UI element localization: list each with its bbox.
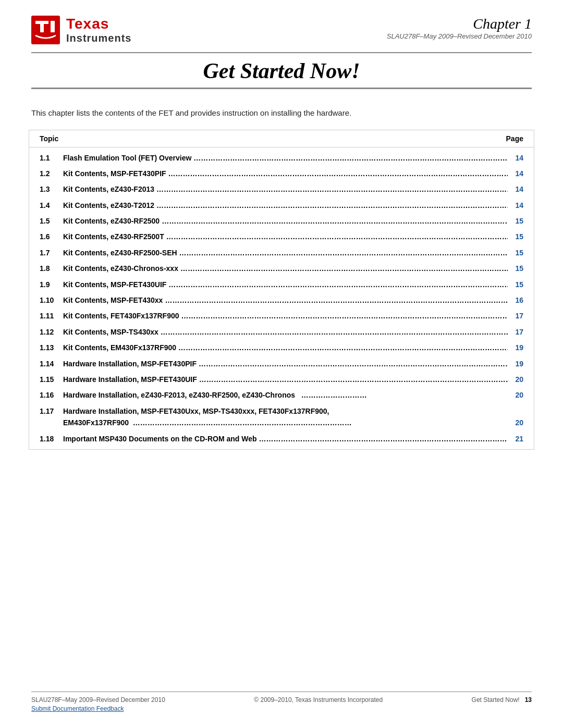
toc-num: 1.17 <box>40 405 63 417</box>
toc-page: 16 <box>508 294 523 306</box>
toc-num: 1.18 <box>40 433 63 445</box>
toc-num: 1.11 <box>40 310 63 322</box>
toc-num: 1.14 <box>40 358 63 369</box>
toc-page: 14 <box>508 152 523 164</box>
toc-title: Kit Contents, MSP-FET430xx <box>63 294 163 306</box>
toc-dots: …………………………………………………………………………………………………………… <box>168 168 508 179</box>
toc-page: 15 <box>508 263 523 274</box>
list-item: 1.11 Kit Contents, FET430Fx137RF900 …………… <box>29 308 534 324</box>
toc-dots: …………………………………………………………………………………………………………… <box>259 433 508 445</box>
toc-header-row: Topic Page <box>29 130 534 147</box>
toc-title: Kit Contents, FET430Fx137RF900 <box>63 310 179 322</box>
toc-container: Topic Page 1.1 Flash Emulation Tool (FET… <box>29 130 534 450</box>
toc-dots: …………………………………………………………………………………………………………… <box>199 358 508 369</box>
list-item: 1.4 Kit Contents, eZ430-T2012 …………………………… <box>29 198 534 213</box>
toc-title: Kit Contents, eZ430-RF2500-SEH <box>63 247 177 258</box>
submit-feedback-link[interactable]: Submit Documentation Feedback <box>31 705 165 712</box>
toc-title: Kit Contents, MSP-FET430PIF <box>63 168 166 179</box>
toc-num: 1.2 <box>40 168 63 179</box>
toc-num: 1.7 <box>40 247 63 258</box>
logo-instruments: Instruments <box>66 32 131 44</box>
toc-title: Kit Contents, eZ430-T2012 <box>63 200 154 211</box>
toc-dots: …………………………………………………………………………………………………………… <box>180 263 508 274</box>
toc-title: Kit Contents, MSP-TS430xx <box>63 326 158 338</box>
list-item: 1.12 Kit Contents, MSP-TS430xx ………………………… <box>29 324 534 340</box>
toc-dots: …………………………………………………………………………………………………………… <box>161 326 508 338</box>
footer-content: SLAU278F–May 2009–Revised December 2010 … <box>31 696 532 712</box>
toc-num: 1.3 <box>40 183 63 195</box>
toc-page: 20 <box>508 374 523 385</box>
toc-page: 15 <box>508 215 523 227</box>
toc-dots: …………………………………………………………………………………………………………… <box>166 231 508 242</box>
page: Texas Instruments Chapter 1 SLAU278F–May… <box>0 0 563 728</box>
toc-page: 15 <box>508 279 523 290</box>
footer-section-title: Get Started Now! <box>472 696 520 704</box>
toc-page: 17 <box>508 326 523 338</box>
list-item: 1.9 Kit Contents, MSP-FET430UIF ……………………… <box>29 277 534 292</box>
footer-divider <box>31 692 532 692</box>
toc-title: Hardware Installation, MSP-FET430Uxx, MS… <box>63 405 523 417</box>
toc-num: 1.10 <box>40 294 63 306</box>
logo-area: Texas Instruments <box>31 16 131 44</box>
toc-num: 1.5 <box>40 215 63 227</box>
toc-dots: …………………………………………………………………………………………………………… <box>165 294 508 306</box>
toc-page: 15 <box>508 247 523 258</box>
list-item: 1.18 Important MSP430 Documents on the C… <box>29 431 534 447</box>
list-item: 1.13 Kit Contents, EM430Fx137RF900 ……………… <box>29 340 534 355</box>
logo-texas: Texas <box>66 16 131 32</box>
svg-rect-2 <box>40 21 44 32</box>
title-section: Get Started Now! <box>0 44 563 89</box>
list-item: 1.7 Kit Contents, eZ430-RF2500-SEH ……………… <box>29 245 534 261</box>
toc-page: 14 <box>508 168 523 179</box>
chapter-label: Chapter 1 <box>387 16 532 32</box>
toc-title: Hardware Installation, eZ430-F2013, eZ43… <box>63 389 299 401</box>
footer-right: Get Started Now! 13 <box>472 696 532 704</box>
toc-page: 17 <box>508 310 523 322</box>
toc-page: 14 <box>508 183 523 195</box>
chapter-info: Chapter 1 SLAU278F–May 2009–Revised Dece… <box>387 16 532 40</box>
toc-header-topic: Topic <box>40 134 58 143</box>
list-item: 1.5 Kit Contents, eZ430-RF2500 ………………………… <box>29 213 534 229</box>
toc-num: 1.15 <box>40 374 63 385</box>
svg-rect-0 <box>31 16 60 44</box>
list-item: 1.14 Hardware Installation, MSP-FET430PI… <box>29 356 534 372</box>
toc-title: Kit Contents, EM430Fx137RF900 <box>63 342 176 353</box>
footer-left: SLAU278F–May 2009–Revised December 2010 … <box>31 696 165 712</box>
list-item: 1.2 Kit Contents, MSP-FET430PIF ……………………… <box>29 166 534 181</box>
toc-num: 1.9 <box>40 279 63 290</box>
toc-title: Flash Emulation Tool (FET) Overview <box>63 152 191 164</box>
toc-header-page: Page <box>506 134 523 143</box>
intro-text: This chapter lists the contents of the F… <box>0 89 563 130</box>
toc-num: 1.4 <box>40 200 63 211</box>
toc-dots: …………………………………………………………………………………………………………… <box>156 183 508 195</box>
toc-num: 1.16 <box>40 389 63 401</box>
list-item: 1.6 Kit Contents, eZ430-RF2500T ……………………… <box>29 229 534 244</box>
toc-dots: …………………………………………………………………………………………………………… <box>156 200 508 211</box>
toc-num: 1.8 <box>40 263 63 274</box>
toc-num: 1.6 <box>40 231 63 242</box>
toc-num: 1.12 <box>40 326 63 338</box>
toc-dots: …………………………………………………………………………………………………………… <box>199 374 508 385</box>
list-item: 1.10 Kit Contents, MSP-FET430xx ……………………… <box>29 292 534 308</box>
toc-dots: …………………………………………………………………………………………………………… <box>179 247 508 258</box>
toc-dots: …………………………………………………………………………………………………………… <box>162 215 508 227</box>
toc-page: 14 <box>508 200 523 211</box>
list-item: 1.17 Hardware Installation, MSP-FET430Ux… <box>29 403 534 431</box>
list-item: 1.1 Flash Emulation Tool (FET) Overview … <box>29 150 534 166</box>
footer-page-number: 13 <box>525 696 532 704</box>
toc-dots: …………………………………………………………………………………………………………… <box>168 279 508 290</box>
toc-page: 20 <box>508 417 523 428</box>
toc-page: 21 <box>508 433 523 445</box>
footer-copyright: © 2009–2010, Texas Instruments Incorpora… <box>165 696 472 704</box>
toc-dots: …………………………………………………………………………………………………………… <box>193 152 508 164</box>
logo-text: Texas Instruments <box>66 16 131 44</box>
toc-dots: EM430Fx137RF900 ………………………………………………………………… <box>63 417 508 428</box>
footer-doc-id: SLAU278F–May 2009–Revised December 2010 <box>31 696 165 704</box>
list-item: 1.15 Hardware Installation, MSP-FET430UI… <box>29 372 534 387</box>
toc-title: Hardware Installation, MSP-FET430UIF <box>63 374 197 385</box>
header: Texas Instruments Chapter 1 SLAU278F–May… <box>0 0 563 44</box>
list-item: 1.8 Kit Contents, eZ430-Chronos-xxx …………… <box>29 261 534 276</box>
toc-title: Kit Contents, eZ430-Chronos-xxx <box>63 263 178 274</box>
footer: SLAU278F–May 2009–Revised December 2010 … <box>0 692 563 712</box>
toc-title: Kit Contents, eZ430-RF2500 <box>63 215 160 227</box>
